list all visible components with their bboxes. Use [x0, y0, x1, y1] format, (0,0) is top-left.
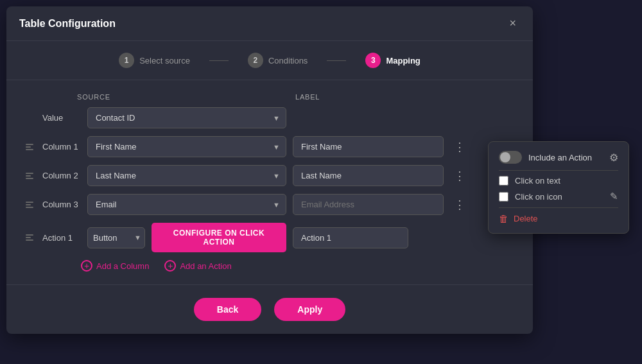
edit-icon-button[interactable]: ✎ [610, 191, 618, 202]
delete-label: Delete [514, 214, 538, 223]
action1-label-input[interactable] [293, 227, 408, 248]
add-row: + Add a Column + Add an Action [26, 260, 514, 272]
click-on-icon-row: Click on icon ✎ [499, 191, 618, 202]
step-divider-1 [209, 60, 229, 61]
action-1-row: Action 1 Button ▼ CONFIGURE ON CLICK ACT… [26, 223, 514, 252]
col3-source-select[interactable]: Email First Name Last Name Contact ID [87, 194, 286, 215]
col2-source-wrapper: Last Name First Name Email Contact ID ▼ [87, 165, 286, 186]
value-label: Value [42, 113, 81, 123]
action-popup-menu: Include an Action ⚙ Click on text Click … [488, 141, 629, 234]
action1-type-select[interactable]: Button [87, 227, 145, 248]
drag-handle-action1[interactable] [26, 234, 36, 241]
col1-source-select[interactable]: First Name Last Name Email Contact ID [87, 136, 286, 157]
value-source-select-wrapper: Contact ID First Name Last Name Email ▼ [87, 107, 286, 128]
col2-source-select[interactable]: Last Name First Name Email Contact ID [87, 165, 286, 186]
column-headers: SOURCE LABEL [26, 93, 514, 101]
modal-footer: Back Apply [6, 284, 533, 334]
toggle-knob [500, 152, 510, 162]
popup-divider-2 [499, 207, 618, 208]
close-button[interactable]: × [505, 15, 520, 31]
label-header: LABEL [295, 93, 320, 101]
value-row: Value Contact ID First Name Last Name Em… [26, 107, 514, 128]
add-column-label: Add a Column [96, 261, 149, 271]
step-label-2: Conditions [268, 56, 308, 65]
gear-button[interactable]: ⚙ [609, 152, 618, 164]
modal-backdrop: Table Configuration × 1 Select source 2 … [0, 0, 642, 364]
include-action-row: Include an Action ⚙ [499, 151, 618, 164]
col1-label-input[interactable] [293, 136, 444, 157]
col3-source-wrapper: Email First Name Last Name Contact ID ▼ [87, 194, 286, 215]
step-select-source[interactable]: 1 Select source [119, 53, 190, 68]
column-1-row: Column 1 First Name Last Name Email Cont… [26, 136, 514, 157]
step-circle-1: 1 [119, 53, 134, 68]
modal-header: Table Configuration × [6, 6, 533, 41]
col2-more-button[interactable]: ⋮ [450, 166, 469, 186]
col1-label: Column 1 [42, 142, 81, 152]
click-on-text-row: Click on text [499, 176, 618, 186]
add-action-icon: + [164, 260, 176, 272]
step-mapping[interactable]: 3 Mapping [365, 53, 420, 68]
value-source-select[interactable]: Contact ID First Name Last Name Email [87, 107, 286, 128]
col2-label: Column 2 [42, 171, 81, 180]
step-circle-3: 3 [365, 53, 381, 68]
drag-handle-col1[interactable] [26, 144, 36, 150]
table-config-modal: Table Configuration × 1 Select source 2 … [6, 6, 533, 334]
step-conditions[interactable]: 2 Conditions [248, 53, 308, 68]
col1-source-wrapper: First Name Last Name Email Contact ID ▼ [87, 136, 286, 157]
step-circle-2: 2 [248, 53, 263, 68]
trash-icon: 🗑 [499, 213, 508, 224]
add-column-icon: + [81, 260, 92, 272]
step-label-3: Mapping [386, 56, 420, 65]
click-on-text-checkbox[interactable] [499, 176, 508, 186]
source-header: SOURCE [77, 93, 282, 101]
configure-on-click-button[interactable]: CONFIGURE ON CLICK ACTION [152, 223, 286, 252]
action1-type-wrapper: Button ▼ [87, 227, 145, 248]
column-2-row: Column 2 Last Name First Name Email Cont… [26, 165, 514, 186]
back-button[interactable]: Back [194, 298, 261, 321]
add-action-button[interactable]: + Add an Action [164, 260, 231, 272]
modal-title: Table Configuration [19, 18, 116, 30]
popup-divider-1 [499, 170, 618, 171]
col3-label: Column 3 [42, 200, 81, 209]
click-on-text-label: Click on text [515, 176, 560, 186]
col2-label-input[interactable] [293, 165, 444, 186]
include-action-toggle[interactable] [499, 151, 522, 164]
delete-row[interactable]: 🗑 Delete [499, 213, 618, 224]
col3-more-button[interactable]: ⋮ [450, 195, 469, 214]
step-label-1: Select source [139, 56, 190, 65]
steps-bar: 1 Select source 2 Conditions 3 Mapping [6, 41, 533, 80]
add-action-label: Add an Action [180, 261, 231, 271]
apply-button[interactable]: Apply [274, 298, 345, 321]
drag-handle-col2[interactable] [26, 173, 36, 179]
drag-handle-col3[interactable] [26, 202, 36, 208]
add-column-button[interactable]: + Add a Column [81, 260, 149, 272]
click-on-icon-label: Click on icon [515, 192, 562, 202]
step-divider-2 [327, 60, 346, 61]
col1-more-button[interactable]: ⋮ [450, 137, 469, 157]
modal-body: SOURCE LABEL Value Contact ID First Name… [6, 80, 533, 284]
column-3-row: Column 3 Email First Name Last Name Cont… [26, 194, 514, 215]
click-on-icon-checkbox[interactable] [499, 192, 508, 202]
action1-label: Action 1 [42, 233, 81, 243]
include-action-label: Include an Action [528, 153, 592, 162]
col3-label-input[interactable] [293, 194, 444, 215]
